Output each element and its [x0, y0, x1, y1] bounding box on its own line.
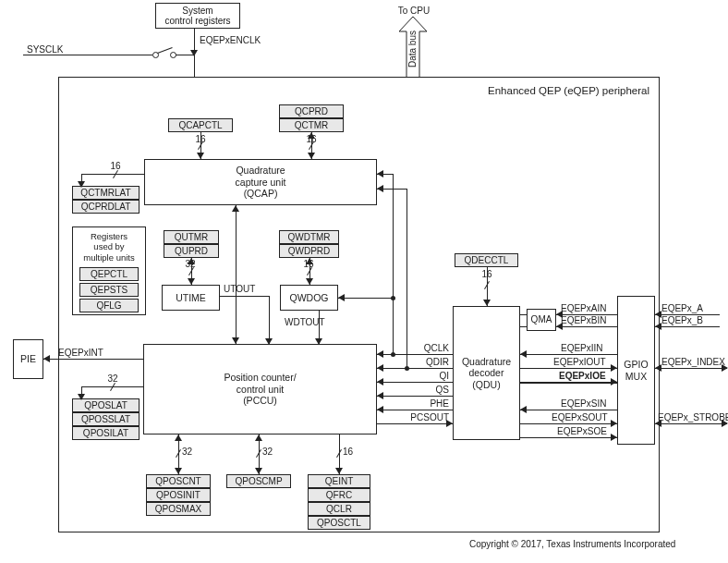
utime-title: UTIME [176, 292, 206, 304]
eqepx-a-arrow-icon [655, 311, 661, 318]
reg-quprd: QUPRD [164, 244, 219, 258]
sin-line [520, 410, 617, 410]
iout-label: EQEPxIOUT [553, 357, 606, 367]
eqepx-b-label: EQEPx_B [661, 315, 703, 325]
reg-qposilat: QPOSILAT [72, 426, 140, 440]
iout-arrow-icon [611, 364, 617, 372]
qi-arrow-icon [377, 378, 383, 386]
pccu-lat-arrow-icon [78, 394, 85, 400]
qcap-to-pccu-line [236, 205, 237, 344]
qeint-arrow-icon [335, 468, 343, 474]
reg-qposinit: QPOSINIT [146, 488, 211, 502]
utout-hline [220, 296, 269, 297]
qcap-lat-arrow-icon [78, 181, 85, 188]
qclk-tap-dot-icon [391, 352, 395, 357]
reg-stack-qeint: QEINT QFRC QCLR QPOSCTL [308, 474, 370, 530]
qdir-tap-dot-icon [405, 366, 409, 371]
shared-registers-box: Registers used by multiple units QEPCTL … [72, 226, 146, 315]
qdir-label: QDIR [410, 357, 449, 367]
soe-arrow-icon [611, 434, 617, 441]
bin-line [556, 326, 617, 327]
eqepx-index-ar-icon [722, 364, 728, 372]
qcap-to-pccu-d-arrow-icon [232, 337, 239, 344]
eqepx-index-al-icon [655, 364, 661, 372]
iin-label: EQEPxIIN [561, 343, 603, 353]
qi-label: QI [410, 371, 449, 381]
reg-qclr: QCLR [308, 502, 370, 516]
qdir-line [377, 368, 453, 369]
reg-qcapctl: QCAPCTL [168, 118, 233, 132]
qwdog-title: QWDOG [290, 292, 329, 304]
qs-line [377, 396, 453, 397]
reg-stack-qwdog: QWDTMR QWDPRD [279, 230, 339, 258]
reg-qposctl: QPOSCTL [308, 516, 370, 530]
qclk-to-qcap-arrow-icon [377, 170, 383, 177]
phe-label: PHE [410, 398, 449, 409]
soe-line [520, 437, 617, 438]
eqepx-b-arrow-icon [655, 323, 661, 330]
copyright-label: Copyright © 2017, Texas Instruments Inco… [469, 539, 675, 549]
utime-down-arrow-icon [188, 278, 195, 285]
reg-qctmrlat: QCTMRLAT [72, 186, 140, 200]
sin-arrow-icon [520, 406, 527, 413]
sout-line [520, 423, 617, 424]
qclk-label: QCLK [410, 343, 449, 353]
reg-qcprd: QCPRD [279, 104, 344, 118]
qcapctl-arrow-icon [197, 153, 204, 159]
eqepx-strobe-ar-icon [722, 420, 728, 427]
qma-label: QMA [531, 314, 552, 325]
eqepx-strobe-line [655, 423, 727, 424]
iout-line [520, 368, 617, 369]
sysclk-line-1 [23, 55, 152, 55]
bin-arrow-icon [556, 323, 563, 330]
sysclk-label: SYSCLK [27, 44, 63, 55]
qcap-to-pccu-u-arrow-icon [232, 205, 239, 212]
width-pccu-lat: 32 [103, 373, 122, 384]
qdu-title: Quadrature decoder (QDU) [462, 356, 511, 391]
eqepx-index-label: EQEPx_INDEX [661, 357, 725, 367]
pccu-title: Position counter/ control unit (PCCU) [224, 372, 296, 407]
eqepxint-arrow-icon [43, 355, 50, 362]
eqepx-strobe-label: EQEPx_STROBE [658, 412, 728, 422]
reg-qcprdlat: QCPRDLAT [72, 200, 140, 214]
reg-qposslat: QPOSSLAT [72, 412, 140, 426]
reg-stack-qcap-lat: QCTMRLAT QCPRDLAT [72, 186, 140, 214]
qdir-to-qcap-vline [406, 189, 407, 368]
qclk-to-qcap-vline [393, 174, 394, 354]
ioe-line [520, 382, 617, 384]
width-poscmp: 32 [262, 447, 273, 457]
system-control-registers-box: System control registers [155, 3, 240, 29]
eqepx-a-label: EQEPx_A [661, 303, 703, 313]
qs-arrow-icon [377, 392, 383, 399]
eqepx-index-line [655, 368, 727, 369]
qwdog-clk-hline [338, 298, 393, 299]
pie-block: PIE [13, 339, 43, 379]
width-poscnt: 32 [182, 447, 192, 457]
qdir-to-qcap-arrow-icon [377, 185, 383, 192]
qwdog-down-arrow-icon [306, 278, 313, 285]
qclk-line [377, 354, 453, 355]
qwdog-up-arrow-icon [306, 258, 313, 264]
eqepx-strobe-al-icon [655, 420, 661, 427]
reg-qposcnt: QPOSCNT [146, 474, 211, 488]
sout-label: EQEPxSOUT [552, 412, 608, 422]
qclk-arrow-icon [377, 350, 383, 358]
utime-up-arrow-icon [188, 258, 195, 264]
reg-qposmax: QPOSMAX [146, 502, 211, 516]
iin-line [520, 354, 617, 355]
qs-label: QS [410, 385, 449, 395]
width-qeint: 16 [343, 447, 353, 457]
gpio-mux-title: GPIO MUX [624, 359, 648, 382]
eqepxint-label: EQEPxINT [58, 348, 103, 358]
qi-line [377, 382, 453, 383]
reg-stack-utime: QUTMR QUPRD [164, 230, 219, 258]
diagram-root: System control registers EQEPxENCLK SYSC… [0, 0, 728, 563]
reg-qeint: QEINT [308, 474, 370, 488]
ioe-arrow-icon [611, 378, 617, 386]
reg-qepsts: QEPSTS [79, 283, 139, 297]
qdecctl-arrow-icon [483, 300, 491, 306]
soe-label: EQEPxSOE [557, 426, 607, 436]
reg-qposlat: QPOSLAT [72, 398, 140, 412]
reg-qepctl: QEPCTL [79, 267, 139, 281]
ain-label: EQEPxAIN [561, 303, 606, 313]
